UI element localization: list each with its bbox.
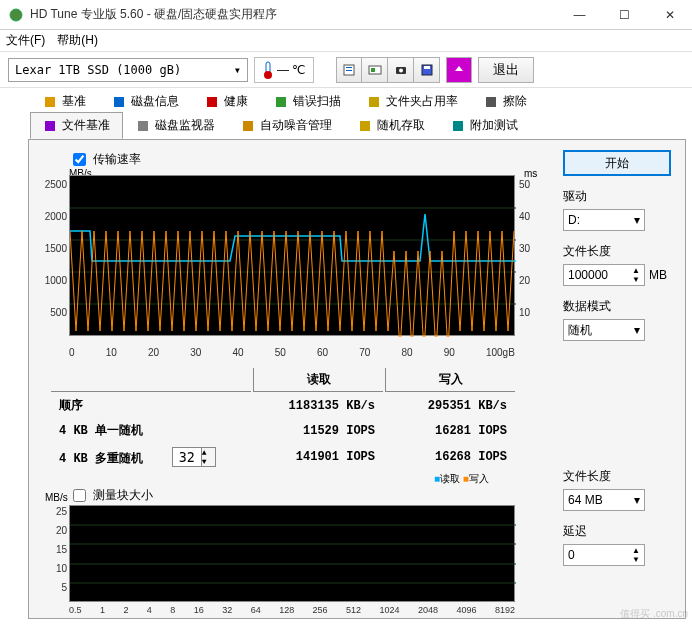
table-row: 4 KB 单一随机 11529 IOPS 16281 IOPS: [51, 419, 515, 442]
table-row: 顺序 1183135 KB/s 295351 KB/s: [51, 394, 515, 417]
svg-rect-7: [371, 68, 375, 72]
tab-1-4[interactable]: 文件夹占用率: [354, 88, 471, 115]
menu-help[interactable]: 帮助(H): [57, 32, 98, 49]
drive-letter-select[interactable]: D:▾: [563, 209, 645, 231]
svg-point-2: [264, 71, 272, 79]
svg-rect-17: [486, 97, 496, 107]
block-size-chart: [69, 505, 515, 602]
toolbar: Lexar 1TB SSD (1000 gB) ▾ — ℃ 退出: [0, 52, 692, 88]
thermometer-icon: [263, 61, 273, 79]
tab-label: 健康: [224, 93, 248, 110]
tab-label: 自动噪音管理: [260, 117, 332, 134]
drive-label: 驱动: [563, 188, 673, 205]
maximize-button[interactable]: ☐: [602, 0, 647, 29]
tab-2-3[interactable]: 随机存取: [345, 112, 438, 139]
tab-label: 磁盘监视器: [155, 117, 215, 134]
block-size-checkbox[interactable]: 测量块大小: [69, 488, 153, 502]
file-length2-select[interactable]: 64 MB▾: [563, 489, 645, 511]
titlebar: HD Tune 专业版 5.60 - 硬盘/固态硬盘实用程序 — ☐ ✕: [0, 0, 692, 30]
chart2-x-axis: 0.512481632641282565121024204840968192: [69, 605, 515, 615]
save-button[interactable]: [414, 57, 440, 83]
svg-rect-22: [453, 121, 463, 131]
transfer-rate-checkbox-input[interactable]: [73, 153, 86, 166]
chevron-down-icon: ▾: [234, 63, 241, 77]
tab-1-3[interactable]: 错误扫描: [261, 88, 354, 115]
tab-2-4[interactable]: 附加测试: [438, 112, 531, 139]
drive-select-value: Lexar 1TB SSD (1000 gB): [15, 63, 181, 77]
transfer-rate-checkbox[interactable]: 传输速率: [69, 152, 141, 166]
tab-2-0[interactable]: 文件基准: [30, 112, 123, 139]
tab-label: 擦除: [503, 93, 527, 110]
y-axis-left: 2500200015001000500: [39, 179, 67, 339]
y-axis-right-unit: ms: [524, 168, 537, 179]
tab-icon: [241, 119, 255, 133]
drive-select[interactable]: Lexar 1TB SSD (1000 gB) ▾: [8, 58, 248, 82]
results-table: 读取 写入 顺序 1183135 KB/s 295351 KB/s 4 KB 单…: [49, 366, 517, 472]
svg-rect-20: [243, 121, 253, 131]
tab-icon: [367, 95, 381, 109]
file-benchmark-panel: 传输速率 MB/s ms 2500200015001000500 5040302…: [28, 139, 686, 619]
chart2-y-unit: MB/s: [45, 492, 68, 503]
menubar: 文件(F) 帮助(H): [0, 30, 692, 52]
right-panel: 开始 驱动 D:▾ 文件长度 100000 ▲▼ MB 数据模式 随机▾: [563, 150, 673, 341]
block-size-checkbox-input[interactable]: [73, 489, 86, 502]
file-length-unit: MB: [649, 268, 667, 282]
tab-1-5[interactable]: 擦除: [471, 88, 540, 115]
svg-rect-4: [346, 67, 352, 68]
tab-icon: [484, 95, 498, 109]
svg-rect-15: [276, 97, 286, 107]
block-size-label: 测量块大小: [93, 488, 153, 502]
toolbar-group-nav: [446, 57, 472, 83]
tab-2-2[interactable]: 自动噪音管理: [228, 112, 345, 139]
file-length-label: 文件长度: [563, 243, 673, 260]
options-button[interactable]: [446, 57, 472, 83]
tab-icon: [451, 119, 465, 133]
right-panel-2: 文件长度 64 MB▾ 延迟 0 ▲▼: [563, 456, 673, 566]
tab-label: 基准: [62, 93, 86, 110]
exit-button[interactable]: 退出: [478, 57, 534, 83]
col-read: 读取: [253, 368, 383, 392]
queue-depth-spinner[interactable]: ▲▼: [172, 447, 216, 467]
svg-rect-21: [360, 121, 370, 131]
menu-file[interactable]: 文件(F): [6, 32, 45, 49]
file-length-input[interactable]: 100000 ▲▼: [563, 264, 645, 286]
tab-icon: [274, 95, 288, 109]
data-mode-select[interactable]: 随机▾: [563, 319, 645, 341]
tab-label: 文件夹占用率: [386, 93, 458, 110]
tab-2-1[interactable]: 磁盘监视器: [123, 112, 228, 139]
y-axis-right: 5040302010: [519, 179, 539, 339]
temperature-display: — ℃: [254, 57, 314, 83]
temperature-value: — ℃: [277, 63, 305, 77]
toolbar-group-copy: [336, 57, 440, 83]
tab-1-0[interactable]: 基准: [30, 88, 99, 115]
tab-label: 磁盘信息: [131, 93, 179, 110]
tab-label: 附加测试: [470, 117, 518, 134]
tab-1-2[interactable]: 健康: [192, 88, 261, 115]
minimize-button[interactable]: —: [557, 0, 602, 29]
copy-screenshot-button[interactable]: [362, 57, 388, 83]
copy-info-button[interactable]: [336, 57, 362, 83]
transfer-chart: [69, 175, 515, 336]
chart2-y-axis: 252015105: [39, 506, 67, 601]
chart2-legend: ■读取 ■写入: [434, 472, 489, 486]
svg-rect-14: [207, 97, 217, 107]
tab-icon: [136, 119, 150, 133]
spinner-buttons[interactable]: ▲▼: [201, 448, 215, 466]
save-screenshot-button[interactable]: [388, 57, 414, 83]
tab-icon: [43, 119, 57, 133]
svg-rect-18: [45, 121, 55, 131]
svg-rect-5: [346, 70, 352, 71]
delay-input[interactable]: 0 ▲▼: [563, 544, 645, 566]
close-button[interactable]: ✕: [647, 0, 692, 29]
tab-icon: [112, 95, 126, 109]
svg-rect-13: [114, 97, 124, 107]
tabs-row-1: 基准磁盘信息健康错误扫描文件夹占用率擦除: [0, 88, 692, 115]
transfer-rate-label: 传输速率: [93, 152, 141, 166]
queue-depth-input[interactable]: [173, 448, 201, 466]
delay-label: 延迟: [563, 523, 673, 540]
col-write: 写入: [385, 368, 515, 392]
tab-label: 随机存取: [377, 117, 425, 134]
x-axis: 0102030405060708090100gB: [69, 347, 515, 358]
tab-1-1[interactable]: 磁盘信息: [99, 88, 192, 115]
start-button[interactable]: 开始: [563, 150, 671, 176]
